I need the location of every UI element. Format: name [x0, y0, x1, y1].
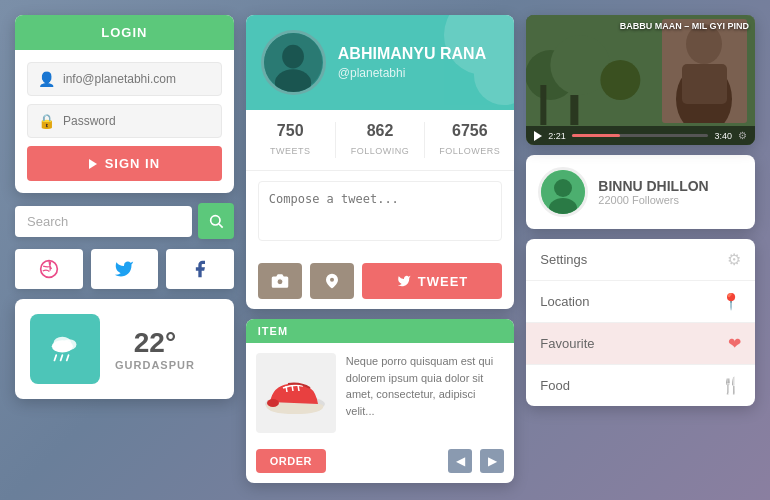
camera-button[interactable] — [258, 263, 302, 299]
weather-card: 22° GURDASPUR — [15, 299, 234, 399]
password-input[interactable] — [63, 114, 211, 128]
svg-point-32 — [554, 179, 572, 197]
twitter-icon — [114, 259, 134, 279]
login-title: LOGIN — [101, 25, 147, 40]
sign-in-label: SIGN IN — [105, 156, 160, 171]
login-card: LOGIN 👤 🔒 SIGN IN — [15, 15, 234, 193]
facebook-icon — [190, 259, 210, 279]
video-progress-bar[interactable] — [572, 134, 709, 137]
rain-icon — [43, 327, 87, 371]
order-button[interactable]: ORDER — [256, 449, 326, 473]
item-footer: ORDER ◀ ▶ — [246, 443, 515, 483]
svg-rect-25 — [571, 95, 579, 125]
video-title: BABBU MAAN – MIL GYI PIND — [532, 21, 749, 31]
item-body: Neque porro quisquam est qui dolorem ips… — [246, 343, 515, 443]
video-play-button[interactable] — [534, 131, 542, 141]
login-header: LOGIN — [15, 15, 234, 50]
email-input[interactable] — [63, 72, 211, 86]
svg-rect-26 — [541, 85, 547, 125]
lock-icon: 🔒 — [38, 113, 55, 129]
mini-name: BINNU DHILLON 22000 Followers — [598, 178, 708, 206]
location-label: Location — [540, 294, 589, 309]
password-input-group: 🔒 — [27, 104, 222, 138]
mini-profile-name: BINNU DHILLON — [598, 178, 708, 194]
next-button[interactable]: ▶ — [480, 449, 504, 473]
location-item[interactable]: Location 📍 — [526, 281, 755, 323]
item-card: ITEM — [246, 319, 515, 483]
location-pin-icon: 📍 — [721, 292, 741, 311]
settings-item[interactable]: Settings ⚙ — [526, 239, 755, 281]
facebook-button[interactable] — [166, 249, 234, 289]
search-icon — [208, 213, 224, 229]
settings-label: Settings — [540, 252, 587, 267]
tweets-label: TWEETS — [270, 146, 311, 156]
item-header-label: ITEM — [258, 325, 288, 337]
settings-gear-icon: ⚙ — [727, 250, 741, 269]
video-total-time: 3:40 — [714, 131, 732, 141]
svg-point-15 — [330, 278, 334, 282]
profile-card: ABHIMANYU RANA @planetabhi 750 TWEETS 86… — [246, 15, 515, 309]
tweet-button[interactable]: TWEET — [362, 263, 503, 299]
video-current-time: 2:21 — [548, 131, 566, 141]
video-person-silhouette — [662, 19, 747, 123]
svg-line-1 — [219, 224, 223, 228]
following-stat: 862 FOLLOWING — [336, 122, 426, 158]
item-image — [256, 353, 336, 433]
video-settings-icon[interactable]: ⚙ — [738, 130, 747, 141]
svg-line-17 — [286, 386, 287, 392]
tweet-compose — [246, 171, 515, 255]
video-person-area — [662, 19, 747, 123]
profile-header: ABHIMANYU RANA @planetabhi — [246, 15, 515, 110]
mini-avatar-image — [541, 170, 585, 214]
tweet-actions: TWEET — [246, 263, 515, 309]
svg-point-20 — [267, 399, 279, 407]
dribbble-button[interactable] — [15, 249, 83, 289]
weather-icon-box — [30, 314, 100, 384]
svg-line-19 — [298, 385, 299, 391]
play-icon — [89, 159, 97, 169]
mini-avatar — [538, 167, 588, 217]
food-label: Food — [540, 378, 570, 393]
mini-followers: 22000 Followers — [598, 194, 708, 206]
tweets-stat: 750 TWEETS — [246, 122, 336, 158]
svg-point-10 — [282, 45, 304, 69]
twitter-bird-icon — [396, 274, 412, 288]
weather-temperature: 22° — [115, 327, 195, 359]
followers-count: 6756 — [425, 122, 514, 140]
camera-icon — [271, 272, 289, 290]
item-header: ITEM — [246, 319, 515, 343]
svg-line-8 — [67, 355, 69, 360]
social-buttons-row — [15, 249, 234, 289]
twitter-button[interactable] — [91, 249, 159, 289]
decorative-circles — [394, 15, 514, 115]
profile-stats: 750 TWEETS 862 FOLLOWING 6756 FOLLOWERS — [246, 110, 515, 171]
profile-mini-card: BINNU DHILLON 22000 Followers — [526, 155, 755, 229]
food-item[interactable]: Food 🍴 — [526, 365, 755, 406]
search-input[interactable]: Search — [15, 206, 192, 237]
shoe-image — [258, 366, 333, 421]
tweet-textarea[interactable] — [258, 181, 503, 241]
search-placeholder: Search — [27, 214, 68, 229]
video-progress-fill — [572, 134, 620, 137]
location-button[interactable] — [310, 263, 354, 299]
favourite-item[interactable]: Favourite ❤ — [526, 323, 755, 365]
followers-stat: 6756 FOLLOWERS — [425, 122, 514, 158]
followers-label: FOLLOWERS — [439, 146, 500, 156]
location-icon — [324, 272, 340, 290]
following-label: FOLLOWING — [351, 146, 410, 156]
svg-point-0 — [210, 216, 219, 225]
prev-button[interactable]: ◀ — [448, 449, 472, 473]
sign-in-button[interactable]: SIGN IN — [27, 146, 222, 181]
svg-line-6 — [54, 355, 56, 360]
search-bar: Search — [15, 203, 234, 239]
avatar-image — [264, 30, 323, 95]
tweets-count: 750 — [246, 122, 335, 140]
svg-line-7 — [61, 355, 63, 360]
svg-point-14 — [277, 279, 283, 285]
avatar — [261, 30, 326, 95]
favourite-label: Favourite — [540, 336, 594, 351]
video-controls: 2:21 3:40 ⚙ — [526, 126, 755, 145]
svg-rect-30 — [682, 64, 727, 104]
search-button[interactable] — [198, 203, 234, 239]
order-label: ORDER — [270, 455, 312, 467]
